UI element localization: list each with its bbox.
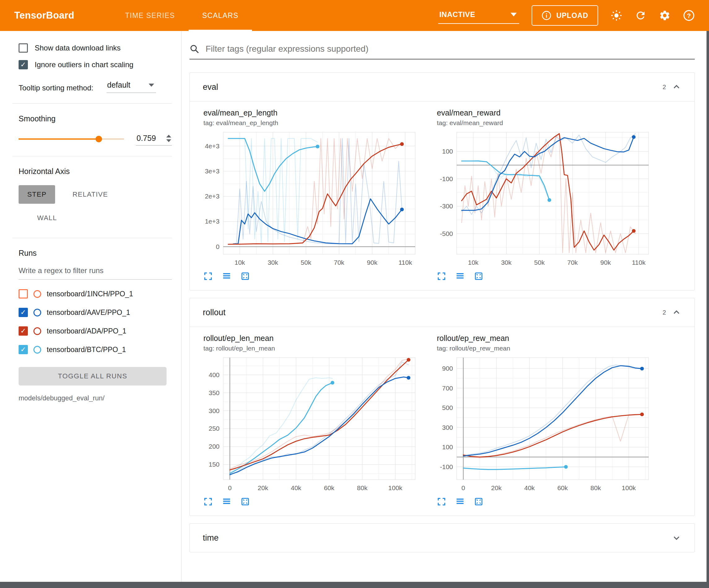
data-lines-icon[interactable]: [222, 272, 231, 281]
svg-text:80k: 80k: [357, 484, 368, 491]
svg-text:100: 100: [442, 443, 453, 451]
line-chart-rollout-ep-len-mean[interactable]: 020k40k60k80k100k150200250300350400: [203, 355, 420, 494]
tab-scalars[interactable]: SCALARS: [188, 0, 252, 31]
tag-filter-input[interactable]: [206, 44, 695, 54]
svg-text:500: 500: [442, 404, 453, 411]
settings-gear-icon[interactable]: [659, 9, 671, 21]
data-lines-icon[interactable]: [455, 497, 465, 506]
run-color-circle[interactable]: [33, 309, 41, 316]
line-chart-rollout-ep-rew-mean[interactable]: 020k40k60k80k100k-100100300500700900: [437, 355, 654, 494]
divider: [12, 156, 172, 156]
axis-step-button[interactable]: STEP: [19, 185, 55, 204]
tensorboard-app: TensorBoard TIME SERIES SCALARS INACTIVE…: [0, 0, 709, 588]
divider: [12, 238, 172, 238]
svg-text:400: 400: [209, 371, 219, 378]
svg-text:110k: 110k: [632, 259, 646, 266]
svg-text:100k: 100k: [388, 484, 402, 491]
vertical-scrollbar[interactable]: [707, 31, 709, 582]
chart-block-rollout-ep-rew-mean: rollout/ep_rew_mean tag: rollout/ep_rew_…: [437, 334, 654, 506]
checkbox-icon[interactable]: [19, 43, 28, 53]
stepper-down-icon[interactable]: [166, 139, 171, 142]
chart-title: rollout/ep_rew_mean: [437, 334, 654, 343]
line-chart-eval-mean-ep-length[interactable]: 10k30k50k70k90k110k01e+32e+33e+34e+3: [203, 129, 420, 269]
svg-text:20k: 20k: [258, 484, 268, 491]
runs-filter-input[interactable]: [19, 265, 172, 280]
collapse-chevron-up-icon[interactable]: [672, 82, 681, 92]
smoothing-value-input[interactable]: [136, 134, 159, 143]
run-item[interactable]: ✓tensorboard/BTC/PPO_1: [19, 340, 172, 359]
svg-text:40k: 40k: [524, 484, 535, 491]
run-color-circle[interactable]: [33, 346, 41, 354]
run-checkbox[interactable]: ✓: [19, 326, 28, 336]
card-count-badge: 2: [662, 309, 672, 316]
svg-text:0: 0: [216, 243, 219, 250]
expand-chevron-down-icon[interactable]: [672, 533, 681, 543]
fit-domain-icon[interactable]: [241, 272, 250, 281]
horizontal-scrollbar[interactable]: [0, 582, 709, 588]
svg-text:110k: 110k: [398, 259, 412, 266]
run-item[interactable]: ✓tensorboard/ADA/PPO_1: [19, 322, 172, 340]
upload-button[interactable]: UPLOAD: [532, 5, 598, 26]
tab-time-series[interactable]: TIME SERIES: [111, 0, 188, 31]
run-checkbox[interactable]: ✓: [19, 345, 28, 354]
fit-domain-icon[interactable]: [474, 272, 483, 281]
run-checkbox[interactable]: [19, 289, 28, 299]
svg-text:50k: 50k: [300, 259, 311, 266]
horizontal-axis-label: Horizontal Axis: [19, 167, 172, 176]
show-download-links-checkbox-row[interactable]: Show data download links: [19, 43, 172, 53]
svg-text:80k: 80k: [590, 484, 601, 491]
smoothing-slider[interactable]: [19, 138, 124, 139]
run-item[interactable]: tensorboard/1INCH/PPO_1: [19, 285, 172, 303]
number-stepper[interactable]: [166, 135, 171, 142]
chart-block-eval-mean-reward: eval/mean_reward tag: eval/mean_reward 1…: [437, 108, 654, 281]
run-color-circle[interactable]: [33, 327, 41, 335]
expand-chart-icon[interactable]: [203, 497, 213, 506]
collapse-chevron-up-icon[interactable]: [672, 307, 681, 317]
chart-block-rollout-ep-len-mean: rollout/ep_len_mean tag: rollout/ep_len_…: [203, 334, 420, 506]
toggle-all-runs-button[interactable]: TOGGLE ALL RUNS: [19, 367, 166, 385]
tooltip-sorting-select[interactable]: default: [106, 79, 156, 93]
svg-text:10k: 10k: [468, 259, 479, 266]
chart-title: eval/mean_ep_length: [203, 108, 420, 117]
expand-chart-icon[interactable]: [437, 497, 446, 506]
checkbox-icon[interactable]: ✓: [19, 60, 28, 69]
card-header-time[interactable]: time: [190, 523, 694, 552]
ignore-outliers-checkbox-row[interactable]: ✓ Ignore outliers in chart scaling: [19, 60, 172, 69]
status-dropdown[interactable]: INACTIVE: [438, 7, 519, 24]
data-lines-icon[interactable]: [222, 497, 231, 506]
run-color-circle[interactable]: [33, 290, 41, 298]
data-lines-icon[interactable]: [455, 272, 465, 281]
expand-chart-icon[interactable]: [437, 272, 446, 281]
help-icon[interactable]: ?: [683, 9, 695, 21]
svg-text:-100: -100: [440, 463, 453, 470]
svg-text:4e+3: 4e+3: [205, 143, 219, 150]
run-item[interactable]: ✓tensorboard/AAVE/PPO_1: [19, 303, 172, 322]
svg-text:-500: -500: [440, 230, 453, 237]
expand-chart-icon[interactable]: [203, 272, 213, 281]
chart-tag: tag: eval/mean_reward: [437, 119, 654, 127]
tooltip-sorting-label: Tooltip sorting method:: [19, 83, 96, 93]
svg-text:90k: 90k: [600, 259, 611, 266]
app-title: TensorBoard: [14, 10, 74, 21]
svg-text:?: ?: [687, 12, 691, 19]
status-dropdown-value: INACTIVE: [439, 10, 475, 19]
info-icon: [542, 10, 551, 21]
line-chart-eval-mean-reward[interactable]: 10k30k50k70k90k110k100-100-300-500: [437, 129, 654, 269]
fit-domain-icon[interactable]: [474, 497, 483, 506]
fit-domain-icon[interactable]: [241, 497, 250, 506]
svg-text:900: 900: [442, 365, 453, 372]
axis-relative-button[interactable]: RELATIVE: [64, 185, 116, 204]
chevron-down-icon: [510, 13, 517, 17]
run-checkbox[interactable]: ✓: [19, 308, 28, 317]
svg-text:3e+3: 3e+3: [205, 168, 219, 175]
chart-title: rollout/ep_len_mean: [203, 334, 420, 343]
svg-text:150: 150: [209, 461, 219, 468]
svg-text:100k: 100k: [622, 484, 636, 491]
card-header-rollout[interactable]: rollout 2: [190, 298, 694, 327]
refresh-icon[interactable]: [635, 9, 647, 21]
brightness-icon[interactable]: [610, 9, 622, 21]
slider-thumb[interactable]: [95, 136, 102, 143]
stepper-up-icon[interactable]: [166, 135, 171, 137]
axis-wall-button[interactable]: WALL: [28, 209, 65, 227]
card-header-eval[interactable]: eval 2: [190, 73, 694, 101]
